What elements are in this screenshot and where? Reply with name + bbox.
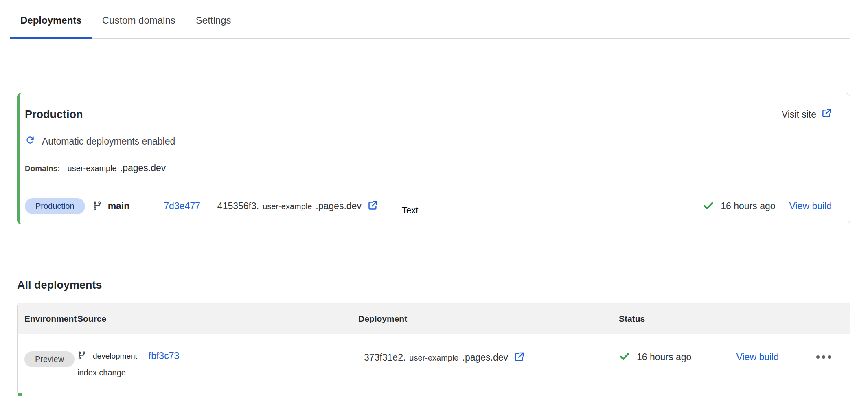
deployment-url-name: user-example bbox=[409, 353, 458, 363]
production-card-header: Production Visit site bbox=[20, 93, 850, 121]
row-deployment-cell: 373f31e2. user-example .pages.dev bbox=[358, 351, 619, 364]
column-environment: Environment bbox=[24, 314, 77, 324]
branch-name: main bbox=[108, 201, 130, 212]
commit-message: index change bbox=[77, 368, 358, 377]
refresh-icon bbox=[25, 135, 35, 148]
tab-custom-domains[interactable]: Custom domains bbox=[92, 0, 186, 38]
git-branch-icon bbox=[92, 201, 102, 212]
table-row: Preview development fbf3c73 index change… bbox=[18, 334, 850, 393]
deployment-time: 16 hours ago bbox=[721, 201, 775, 212]
visit-site-link[interactable]: Visit site bbox=[782, 108, 832, 121]
domain-name: user-example bbox=[68, 164, 117, 173]
tab-deployments[interactable]: Deployments bbox=[10, 0, 92, 38]
auto-deployments-status: Automatic deployments enabled bbox=[25, 135, 845, 148]
deployment-url: 373f31e2. user-example .pages.dev bbox=[364, 352, 508, 363]
commit-link[interactable]: fbf3c73 bbox=[149, 351, 179, 362]
deployment-url-prefix: 415356f3. bbox=[217, 201, 259, 212]
deployments-table: Environment Source Deployment Status Pre… bbox=[17, 303, 850, 393]
branch-name: development bbox=[93, 352, 137, 361]
external-link-icon bbox=[821, 108, 832, 121]
all-deployments-title: All deployments bbox=[17, 279, 868, 291]
text-annotation: Text bbox=[402, 205, 418, 216]
row-environment-cell: Preview bbox=[24, 351, 77, 367]
external-link-icon[interactable] bbox=[514, 351, 525, 364]
deployment-time: 16 hours ago bbox=[637, 352, 691, 363]
auto-deployments-text: Automatic deployments enabled bbox=[42, 136, 175, 147]
production-card-title: Production bbox=[25, 108, 83, 121]
production-deployment-status: 16 hours ago View build bbox=[703, 200, 832, 213]
deployment-url-name: user-example bbox=[263, 202, 312, 211]
column-deployment: Deployment bbox=[358, 314, 619, 324]
domain-suffix: .pages.dev bbox=[120, 162, 166, 173]
row-status-cell: 16 hours ago View build bbox=[619, 351, 832, 364]
more-menu-button[interactable] bbox=[815, 353, 832, 361]
deployment-url-prefix: 373f31e2. bbox=[364, 352, 406, 363]
next-row-accent-stub bbox=[18, 393, 22, 396]
column-status: Status bbox=[619, 314, 832, 324]
deployment-url-suffix: .pages.dev bbox=[462, 352, 509, 363]
view-build-link[interactable]: View build bbox=[789, 201, 832, 212]
deployment-url: 415356f3. user-example .pages.dev bbox=[217, 201, 362, 212]
commit-link[interactable]: 7d3e477 bbox=[164, 201, 200, 212]
tab-settings[interactable]: Settings bbox=[186, 0, 241, 38]
production-deployment-row: Production main 7d3e477 415356f3. user-e… bbox=[20, 188, 850, 224]
production-card: Production Visit site Automatic deployme… bbox=[17, 93, 850, 224]
row-source-cell: development fbf3c73 index change bbox=[77, 351, 358, 377]
external-link-icon[interactable] bbox=[367, 200, 378, 213]
domains-label: Domains: bbox=[25, 164, 60, 173]
git-branch-icon bbox=[77, 351, 86, 362]
tab-deployments-label: Deployments bbox=[20, 15, 82, 26]
tab-settings-label: Settings bbox=[196, 15, 231, 26]
visit-site-label: Visit site bbox=[782, 109, 816, 120]
tab-custom-domains-label: Custom domains bbox=[102, 15, 175, 26]
column-source: Source bbox=[77, 314, 358, 324]
deployment-url-suffix: .pages.dev bbox=[316, 201, 362, 212]
production-domain: user-example .pages.dev bbox=[68, 162, 166, 173]
environment-badge: Production bbox=[25, 198, 85, 214]
view-build-link[interactable]: View build bbox=[736, 352, 779, 363]
deployments-table-header: Environment Source Deployment Status bbox=[18, 303, 850, 334]
check-icon bbox=[703, 200, 714, 213]
tab-bar: Deployments Custom domains Settings bbox=[10, 0, 850, 39]
environment-badge: Preview bbox=[24, 351, 75, 367]
domains-row: Domains: user-example .pages.dev bbox=[25, 162, 845, 188]
more-horizontal-icon bbox=[816, 355, 820, 359]
check-icon bbox=[619, 351, 630, 364]
